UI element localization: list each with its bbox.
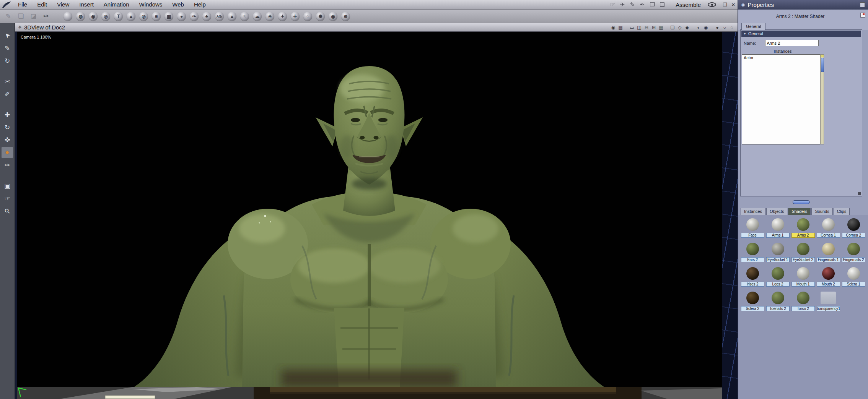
- package-2-icon[interactable]: ❑: [657, 1, 667, 8]
- preview-sphere-icon[interactable]: ●: [715, 25, 720, 30]
- layout-single-icon[interactable]: ▭: [629, 25, 635, 30]
- tab-objects[interactable]: Objects: [766, 208, 787, 215]
- smooth-shade-icon[interactable]: ◐: [696, 25, 701, 30]
- flat-shade-icon[interactable]: ◆: [684, 25, 690, 30]
- menu-view[interactable]: View: [52, 0, 74, 9]
- menu-windows[interactable]: Windows: [134, 0, 168, 9]
- insert-brush-icon[interactable]: ✑: [189, 11, 199, 21]
- instance-actor[interactable]: Actor: [742, 55, 820, 61]
- paint-select-tool-icon[interactable]: ✎: [2, 42, 13, 54]
- insert-terrain-icon[interactable]: ▲: [227, 11, 237, 21]
- shader-fingernails-2[interactable]: Fingernails 2: [841, 243, 866, 267]
- layout-3-icon[interactable]: ⊞: [651, 25, 656, 30]
- shader-transparency1[interactable]: transparency1: [816, 292, 840, 316]
- shader-name-input[interactable]: [765, 40, 819, 46]
- room-mode-label[interactable]: Assemble: [676, 2, 701, 8]
- viewport-widget-icon[interactable]: ❖: [18, 25, 22, 30]
- knife-tool-icon[interactable]: ✂: [2, 76, 13, 87]
- pan-tool-icon[interactable]: ☞: [2, 193, 13, 204]
- shader-eyesocket-1[interactable]: EyeSocket 1: [765, 243, 790, 267]
- scrollbar-thumb[interactable]: [821, 58, 824, 72]
- rotate-view-tool-icon[interactable]: ↻: [2, 55, 13, 66]
- menu-file[interactable]: File: [13, 0, 32, 9]
- insert-spline-object-icon[interactable]: ◎: [101, 11, 111, 21]
- move-tool-icon[interactable]: ✚: [2, 109, 13, 120]
- insert-agr-icon[interactable]: AGr: [214, 11, 225, 21]
- camera-tool-icon[interactable]: ▣: [2, 180, 13, 191]
- texture-shade-icon[interactable]: ◉: [703, 25, 708, 30]
- paintbrush-tool-icon[interactable]: ✑: [41, 11, 51, 21]
- package-icon[interactable]: ❐: [647, 1, 657, 8]
- layout-2v-icon[interactable]: ◫: [637, 25, 642, 30]
- shader-legs-2[interactable]: Legs 2: [765, 267, 790, 292]
- tab-clips[interactable]: Clips: [834, 208, 850, 215]
- timeline-bar[interactable]: [105, 396, 155, 399]
- eraser-tool-icon[interactable]: ❏: [16, 11, 26, 21]
- eyedropper-tool-icon[interactable]: ✐: [2, 88, 13, 100]
- magnet-snap-icon[interactable]: ◉: [611, 25, 616, 30]
- insert-oval-icon[interactable]: ●: [176, 11, 187, 21]
- shader-cornea-2[interactable]: Cornea 2: [841, 218, 866, 243]
- general-section-header[interactable]: ▼ General: [741, 31, 861, 37]
- insert-text-icon[interactable]: T: [113, 11, 124, 21]
- insert-sphere-icon[interactable]: [63, 11, 73, 21]
- shader-sclera-1[interactable]: Sclera 1: [841, 267, 866, 292]
- menu-animation[interactable]: Animation: [99, 0, 134, 9]
- insert-vertex-object-icon[interactable]: ◍: [75, 11, 86, 21]
- insert-ocean-icon[interactable]: ≈: [239, 11, 250, 21]
- tab-general[interactable]: General: [741, 23, 765, 30]
- insert-fountain-icon[interactable]: ✦: [277, 11, 288, 21]
- wire-sphere-icon[interactable]: ○: [722, 25, 727, 30]
- menu-web[interactable]: Web: [167, 0, 189, 9]
- shader-fingernails-1[interactable]: Fingernails 1: [816, 243, 840, 267]
- shader-arms-1[interactable]: Arms 1: [765, 218, 790, 243]
- shader-cornea-1[interactable]: Cornea 1: [816, 218, 840, 243]
- wireframe-mode-icon[interactable]: ◇: [677, 25, 682, 30]
- rotate-tool-icon[interactable]: ↻: [2, 122, 13, 133]
- restore-button[interactable]: ❐: [721, 2, 729, 8]
- insert-cone-icon[interactable]: ▲: [126, 11, 136, 21]
- shader-arms-2[interactable]: Arms 2: [791, 218, 815, 243]
- shader-eyesocket-2[interactable]: EyeSocket 2: [791, 243, 815, 267]
- stamp-tool-icon[interactable]: ◪: [28, 11, 39, 21]
- pen-icon[interactable]: ✎: [627, 1, 637, 8]
- scene-viewport[interactable]: Camera 1 100%: [15, 32, 738, 399]
- menu-edit[interactable]: Edit: [32, 0, 52, 9]
- tab-instances[interactable]: Instances: [741, 208, 765, 215]
- insert-camera-icon[interactable]: ◉: [328, 11, 338, 21]
- tab-sounds[interactable]: Sounds: [811, 208, 832, 215]
- paint-tool-icon[interactable]: ✑: [2, 159, 13, 171]
- tab-shaders[interactable]: Shaders: [788, 208, 811, 215]
- instances-scrollbar[interactable]: [820, 54, 824, 144]
- layout-4-icon[interactable]: ▦: [658, 25, 664, 30]
- resize-notch[interactable]: [858, 192, 861, 195]
- panel-splitter-handle[interactable]: [793, 200, 810, 204]
- shader-toenails-2[interactable]: Toenails 2: [765, 292, 790, 316]
- shader-mouth-2[interactable]: Mouth 2: [816, 267, 840, 292]
- menu-help[interactable]: Help: [189, 0, 211, 9]
- shader-sclera-2[interactable]: Sclera 2: [740, 292, 765, 316]
- shader-ears-2[interactable]: Ears 2: [740, 243, 765, 267]
- layout-2h-icon[interactable]: ⊟: [644, 25, 649, 30]
- panel-gadget-icon[interactable]: [860, 2, 865, 7]
- insert-cube-icon[interactable]: ■: [151, 11, 161, 21]
- insert-target-icon[interactable]: ⊕: [340, 11, 351, 21]
- jet-icon[interactable]: ✈: [617, 1, 627, 8]
- shader-mouth-1[interactable]: Mouth 1: [791, 267, 815, 292]
- zoom-tool-icon[interactable]: ⚲: [0, 203, 15, 219]
- production-frame-icon[interactable]: ❏: [670, 25, 675, 30]
- insert-plant-icon[interactable]: ♣: [202, 11, 212, 21]
- backdrop-icon[interactable]: ◌: [729, 25, 734, 30]
- instances-list[interactable]: Actor: [742, 54, 820, 144]
- shader-ball-tool-icon[interactable]: ●: [2, 147, 13, 158]
- ink-pen-icon[interactable]: ✒: [637, 1, 647, 8]
- scale-tool-icon[interactable]: ✜: [2, 134, 13, 146]
- insert-plane-icon[interactable]: ▦: [164, 11, 174, 21]
- insert-fog-icon[interactable]: ◌: [303, 11, 313, 21]
- shader-detach-icon[interactable]: [860, 13, 865, 18]
- wand-tool-icon[interactable]: ✎: [3, 11, 13, 21]
- select-tool-icon[interactable]: ➤: [0, 28, 15, 44]
- insert-light-icon[interactable]: ✺: [315, 11, 326, 21]
- shader-torso-2[interactable]: Torso 2: [791, 292, 815, 316]
- menu-insert[interactable]: Insert: [74, 0, 99, 9]
